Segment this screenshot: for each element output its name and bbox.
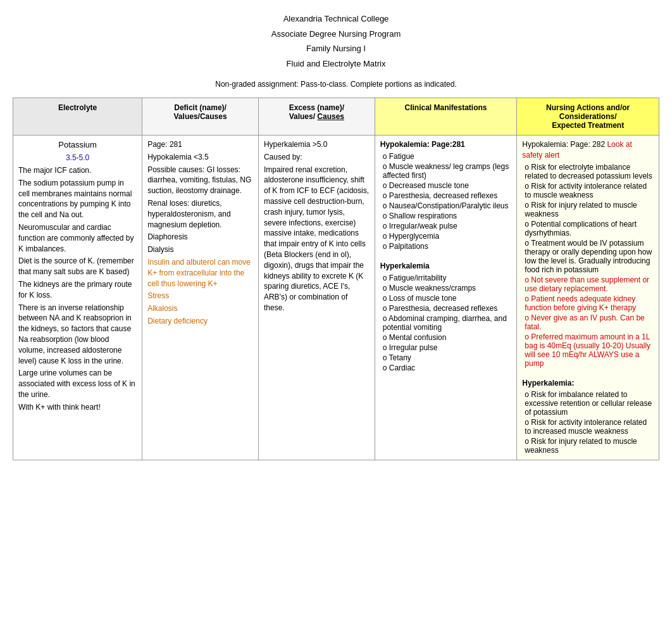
clinical-hypo-item-6: Shallow respirations: [380, 211, 512, 220]
excess-text: Impaired renal excretion, aldosterone in…: [264, 165, 370, 313]
electrolyte-desc5: The kidneys are the primary route for K …: [18, 279, 137, 301]
nursing-hypo-highlight-1: Not severe than use supplement or use di…: [522, 275, 654, 293]
page-header: Alexandria Technical College Associate D…: [13, 13, 659, 70]
course-name: Family Nursing I: [13, 42, 659, 55]
deficit-header-text: Deficit (name)/Values/Causes: [174, 103, 227, 121]
col-header-excess: Excess (name)/Values/ Causes: [258, 98, 375, 136]
college-name: Alexandria Technical College: [13, 13, 659, 25]
electrolyte-desc7: Large urine volumes can be associated wi…: [18, 368, 137, 400]
deficit-page: Page: 281: [147, 139, 253, 150]
deficit-highlight4: Dietary deficiency: [147, 316, 253, 327]
document-title: Fluid and Electrolyte Matrix: [13, 58, 659, 70]
clinical-hyper-title: Hyperkalemia: [380, 261, 512, 272]
nursing-hypo-item-1: Risk for electrolyte imbalance related t…: [522, 163, 654, 180]
normal-range: 3.5-5.0: [18, 153, 137, 163]
nursing-hypo-item-4: Potential complications of heart dysrhyt…: [522, 220, 654, 237]
clinical-hyper-item-8: Tetany: [380, 353, 512, 362]
clinical-hypo-item-8: Hyperglycemia: [380, 232, 512, 241]
clinical-hypo-item-7: Irregular/weak pulse: [380, 222, 512, 230]
nursing-cell: Hypokalemia: Page: 282 Look at safety al…: [517, 136, 659, 460]
clinical-hypo-item-5: Nausea/Constipation/Paralytic ileus: [380, 201, 512, 210]
nursing-hypo-item-3: Risk for injury related to muscle weakne…: [522, 201, 654, 218]
electrolyte-desc3: Neuromuscular and cardiac function are c…: [18, 222, 137, 254]
deficit-highlight1: Insulin and albuterol can move K+ from e…: [147, 257, 253, 289]
clinical-hyper-item-1: Fatigue/irritability: [380, 274, 512, 282]
nursing-hypo-highlight-2: Patient needs adequate kidney function b…: [522, 294, 654, 312]
clinical-hyper-item-6: Mental confusion: [380, 333, 512, 342]
nursing-hypo-list: Risk for electrolyte imbalance related t…: [522, 163, 654, 368]
excess-header-text: Excess (name)/Values/ Causes: [289, 103, 344, 121]
deficit-diaphoresis: Diaphoresis: [147, 232, 253, 243]
nursing-hypo-title: Hypokalemia: Page: 282 Look at safety al…: [522, 139, 654, 161]
subtitle: Non-graded assignment: Pass-to-class. Co…: [13, 80, 659, 89]
nursing-hyper-item-1: Risk for imbalance related to excessive …: [522, 390, 654, 417]
nursing-hypo-highlight-4: Preferred maximum amount in a 1L bag is …: [522, 332, 654, 368]
clinical-hyper-item-2: Muscle weakness/cramps: [380, 284, 512, 293]
electrolyte-cell: Potassium 3.5-5.0 The major ICF cation. …: [13, 136, 142, 460]
nursing-hyper-item-3: Risk for injury related to muscle weakne…: [522, 437, 654, 455]
table-header-row: Electrolyte Deficit (name)/Values/Causes…: [13, 98, 659, 136]
electrolyte-desc2: The sodium potassium pump in cell membra…: [18, 178, 137, 220]
clinical-hypo-item-4: Paresthesia, decreased reflexes: [380, 191, 512, 200]
nursing-hypo-item-5: Treatment would be IV potassium therapy …: [522, 239, 654, 274]
deficit-highlight2: Stress: [147, 291, 253, 301]
electrolyte-desc8: With K+ with think heart!: [18, 402, 137, 413]
nursing-hypo-highlight-3: Never give as an IV push. Can be fatal.: [522, 313, 654, 331]
electrolyte-desc6: There is an inverse relationship between…: [18, 303, 137, 367]
col-header-clinical: Clinical Manifestations: [375, 98, 517, 136]
deficit-hypo: Hypokalemia <3.5: [147, 152, 253, 163]
deficit-causes: Possible causes: GI losses: diarrhea, vo…: [147, 165, 253, 196]
nursing-hyper-item-2: Risk for activity intolerance related to…: [522, 418, 654, 436]
deficit-cell: Page: 281 Hypokalemia <3.5 Possible caus…: [142, 136, 259, 460]
clinical-hyper-list: Fatigue/irritability Muscle weakness/cra…: [380, 274, 512, 372]
nursing-hyper-title: Hyperkalemia:: [522, 378, 654, 389]
clinical-hypo-title: Hypokalemia: Page:281: [380, 139, 512, 150]
clinical-hyper-item-7: Irregular pulse: [380, 343, 512, 352]
clinical-hyper-item-4: Paresthesia, decreased reflexes: [380, 304, 512, 313]
deficit-renal: Renal loses: diuretics, hyperaldosteroni…: [147, 198, 253, 230]
excess-caused-by: Caused by:: [264, 152, 370, 163]
deficit-dialysis: Dialysis: [147, 244, 253, 255]
clinical-hyper-item-9: Cardiac: [380, 363, 512, 372]
electrolyte-name: Potassium: [18, 139, 137, 151]
nursing-hypo-item-2: Risk for activity intolerance related to…: [522, 182, 654, 199]
col-header-deficit: Deficit (name)/Values/Causes: [142, 98, 259, 136]
potassium-row: Potassium 3.5-5.0 The major ICF cation. …: [13, 136, 659, 460]
col-header-electrolyte: Electrolyte: [13, 98, 142, 136]
electrolyte-desc4: Diet is the source of K. (remember that …: [18, 256, 137, 277]
excess-cell: Hyperkalemia >5.0 Caused by: Impaired re…: [258, 136, 375, 460]
deficit-highlight3: Alkalosis: [147, 303, 253, 314]
electrolyte-desc: The major ICF cation.: [18, 165, 137, 176]
clinical-hyper-item-5: Abdominal cramping, diarrhea, and potent…: [380, 314, 512, 332]
program-name: Associate Degree Nursing Program: [13, 28, 659, 41]
clinical-hypo-item-2: Muscle weakness/ leg cramps (legs affect…: [380, 162, 512, 180]
matrix-table: Electrolyte Deficit (name)/Values/Causes…: [13, 98, 659, 460]
clinical-hypo-item-1: Fatigue: [380, 152, 512, 161]
col-header-nursing: Nursing Actions and/or Considerations/Ex…: [517, 98, 659, 136]
clinical-cell: Hypokalemia: Page:281 Fatigue Muscle wea…: [375, 136, 517, 460]
clinical-hyper-item-3: Loss of muscle tone: [380, 294, 512, 303]
nursing-header-text: Nursing Actions and/or Considerations/Ex…: [546, 103, 630, 130]
clinical-hypo-item-9: Palpitations: [380, 242, 512, 251]
clinical-hypo-list: Fatigue Muscle weakness/ leg cramps (leg…: [380, 152, 512, 251]
clinical-hypo-item-3: Decreased muscle tone: [380, 181, 512, 190]
nursing-hyper-list: Risk for imbalance related to excessive …: [522, 390, 654, 455]
safety-alert: Look at safety alert: [522, 140, 632, 160]
excess-title: Hyperkalemia >5.0: [264, 139, 370, 150]
